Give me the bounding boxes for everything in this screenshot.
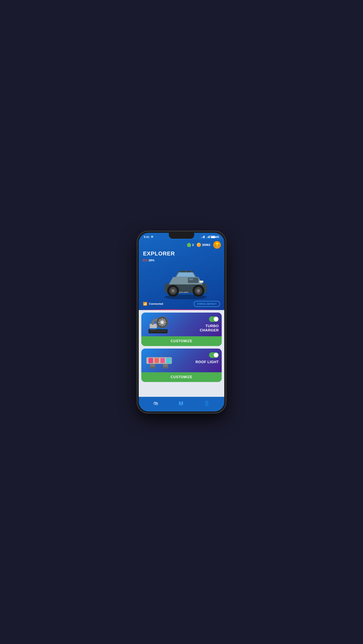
notch [169,233,194,239]
coin-count: 30963 [202,243,210,246]
battery-icon [211,236,215,238]
svg-point-30 [162,322,163,323]
phone-frame: 5:21 M 60 [137,231,226,413]
signal-bar-4 [204,236,205,238]
status-left: 5:21 M [144,235,153,238]
car-image: EXPLORER [156,266,207,297]
home-m-icon: M [179,400,183,407]
turbo-charger-name: TURBOCHARGER [200,324,219,332]
turbo-card-top: TURBOCHARGER [144,316,219,334]
signal-bar-3 [203,236,204,238]
svg-rect-46 [150,367,155,368]
nav-item-shop[interactable]: 🛍 [149,399,162,408]
currency-group: 2 30963 [187,243,210,247]
bottom-nav: 🛍 M 👤 [139,397,224,412]
battery-status: 39% [143,258,220,262]
nav-item-home[interactable]: M [175,399,188,408]
time-display: 5:21 [144,235,149,238]
connected-status: 📶 Connected [143,302,163,306]
battery-small-fill [144,260,144,261]
battery-small-icon [143,259,147,261]
signal-icon [201,236,205,238]
avatar[interactable]: 👷 [213,241,221,249]
gem-currency: 2 [187,243,194,247]
turbo-svg [145,316,173,334]
status-right: 60 [201,235,219,238]
car-title: EXPLORER [143,250,220,257]
roof-light-toggle-knob [214,353,218,358]
accessories-scroll-area[interactable]: TURBOCHARGER CUSTOMIZE [139,310,224,397]
car-image-container: EXPLORER [139,263,224,299]
net-bar-2 [207,237,208,238]
battery-fill [211,236,215,238]
turbo-toggle-knob [214,317,218,322]
battery-percent-label: 39% [148,258,154,262]
roof-light-customize-button[interactable]: CUSTOMIZE [141,372,222,382]
carrier-icon: M [151,235,153,238]
top-header: 2 30963 👷 [139,240,224,250]
roof-card-right: ROOF LIGHT [195,352,219,364]
avatar-emoji: 👷 [215,242,220,248]
roof-card-top: ROOF LIGHT [144,352,219,370]
phone-screen: 5:21 M 60 [139,233,224,412]
turbo-toggle[interactable] [209,316,219,322]
svg-rect-42 [166,358,171,363]
connection-label: Connected [149,302,163,306]
turbo-card-right: TURBOCHARGER [200,316,219,332]
turbo-charger-card: TURBOCHARGER CUSTOMIZE [141,312,222,346]
car-section: EXPLORER 39% [139,250,224,263]
nav-item-profile[interactable]: 👤 [200,399,214,408]
network-signal-icon [206,236,210,238]
shop-icon: 🛍 [153,400,158,406]
roof-light-card: ROOF LIGHT CUSTOMIZE [141,348,222,382]
roof-light-toggle[interactable] [209,352,219,358]
coin-icon [197,243,201,247]
svg-rect-31 [148,328,168,329]
turbo-customize-button[interactable]: CUSTOMIZE [141,336,222,346]
svg-rect-18 [150,330,166,332]
svg-rect-47 [163,367,168,368]
roof-light-svg [144,352,174,370]
wifi-icon: 📶 [143,302,147,306]
gem-icon [187,243,191,247]
svg-point-9 [197,289,200,292]
roof-light-name: ROOF LIGHT [195,360,219,364]
net-bar-3 [208,236,209,238]
net-bar-4 [209,236,210,238]
signal-bar-2 [202,237,203,238]
roof-light-image [144,352,174,370]
profile-icon: 👤 [204,400,210,406]
net-bar-1 [206,237,207,238]
gem-count: 2 [192,243,194,246]
svg-rect-40 [161,358,165,363]
connection-bar: 📶 Connected FORCE DETECT [139,299,224,310]
battery-percent: 60 [216,235,219,238]
svg-point-6 [171,289,175,292]
svg-rect-15 [200,281,203,282]
coin-currency: 30963 [197,243,210,247]
force-detect-button[interactable]: FORCE DETECT [194,301,220,307]
svg-rect-2 [188,278,198,283]
svg-rect-38 [155,358,159,363]
svg-rect-35 [149,358,153,363]
turbo-charger-image [144,316,174,334]
signal-bar-1 [201,237,202,238]
car-svg: EXPLORER [156,266,215,299]
svg-rect-3 [189,278,193,280]
app-content: 2 30963 👷 EXPLORER 3 [139,240,224,412]
svg-text:EXPLORER: EXPLORER [179,292,188,293]
